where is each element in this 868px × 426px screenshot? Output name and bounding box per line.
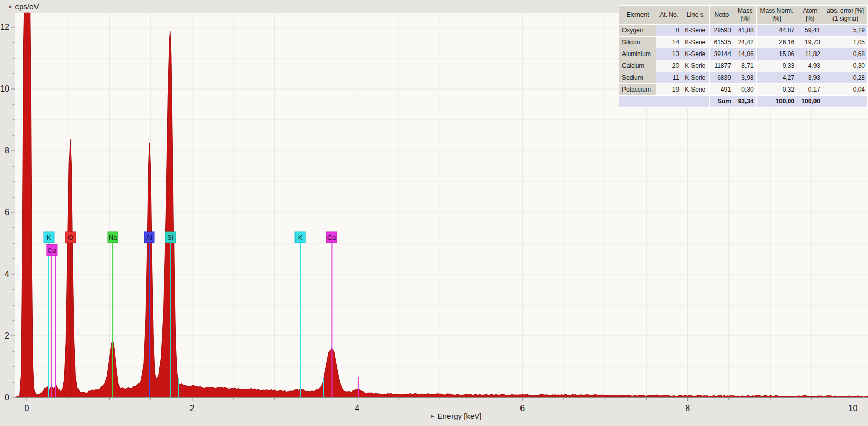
table-cell: 44,87 <box>756 25 797 37</box>
x-tick-label: 4 <box>355 404 359 413</box>
table-cell: K-Serie <box>682 60 710 72</box>
table-cell: 1,05 <box>823 37 868 48</box>
table-cell: 11,82 <box>797 48 823 60</box>
table-cell: 0,04 <box>823 84 868 96</box>
element-name-cell <box>619 96 656 108</box>
x-tick-label: 6 <box>520 404 525 413</box>
element-marker-K[interactable]: K <box>295 232 305 243</box>
element-marker-K[interactable]: K <box>44 232 54 243</box>
table-cell: Sum <box>709 96 734 108</box>
table-cell: 11 <box>656 72 682 84</box>
table-cell: 100,00 <box>756 96 797 108</box>
element-name-cell: Potassium <box>619 84 656 96</box>
element-marker-label-K: K <box>298 234 303 241</box>
table-cell: 6839 <box>709 72 734 84</box>
table-header-cell: abs. error [%](1 sigma) <box>823 6 868 25</box>
table-cell: 4,27 <box>756 72 797 84</box>
element-marker-label-Na: Na <box>109 234 117 241</box>
element-name-cell: Oxygen <box>619 25 656 37</box>
results-table-body: Oxygen8K-Serie2959341,8844,8759,415,19Si… <box>619 25 868 108</box>
table-cell: K-Serie <box>682 72 710 84</box>
table-cell: 93,34 <box>734 96 756 108</box>
x-tick-label: 10 <box>848 404 858 413</box>
table-cell: 15,06 <box>756 48 797 60</box>
element-marker-label-Ca: Ca <box>327 234 336 241</box>
element-marker-Al[interactable]: Al <box>144 232 154 243</box>
axis-expander-icon[interactable]: ▸ <box>431 413 435 419</box>
element-marker-label-K: K <box>47 234 51 241</box>
table-cell: 100,00 <box>797 96 823 108</box>
table-row: Calcium20K-Serie118778,719,334,930,30 <box>619 60 868 72</box>
element-marker-O[interactable]: O <box>65 232 76 243</box>
element-marker-label-Ca: Ca <box>48 246 57 254</box>
y-axis-title: ▸ cps/eV <box>9 2 39 11</box>
table-cell: K-Serie <box>682 25 710 37</box>
table-cell: 0,17 <box>797 84 823 96</box>
table-cell: 3,98 <box>734 72 756 84</box>
table-cell: 0,30 <box>734 84 756 96</box>
table-cell: 14 <box>656 37 682 48</box>
table-cell: 13 <box>656 48 682 60</box>
y-axis-title-text: cps/eV <box>15 2 39 11</box>
table-cell: 59,41 <box>797 25 823 37</box>
axis-expander-icon[interactable]: ▸ <box>9 4 12 9</box>
table-cell: 24,42 <box>734 37 756 48</box>
table-cell: 14,06 <box>734 48 756 60</box>
sum-row: Sum93,34100,00100,00 <box>619 96 868 108</box>
table-cell: 0,28 <box>823 72 868 84</box>
y-tick-label: 10 <box>0 84 9 93</box>
element-name-cell: Calcium <box>619 60 656 72</box>
table-header-row: ElementAt. No.Line s.NettoMass[%]Mass No… <box>619 6 868 25</box>
table-row: Oxygen8K-Serie2959341,8844,8759,415,19 <box>619 25 868 37</box>
element-marker-Ca[interactable]: Ca <box>326 232 337 243</box>
y-tick-label: 2 <box>5 331 9 340</box>
table-cell: 19 <box>656 84 682 96</box>
table-cell: 0,32 <box>756 84 797 96</box>
x-tick-label: 2 <box>189 404 194 413</box>
element-name-cell: Sodium <box>619 72 656 84</box>
table-cell: 19,73 <box>797 37 823 48</box>
y-tick-label: 0 <box>5 393 9 402</box>
table-cell: K-Serie <box>682 84 710 96</box>
table-cell <box>823 96 868 108</box>
table-cell: 8 <box>656 25 682 37</box>
table-cell: 4,93 <box>797 60 823 72</box>
element-marker-label-O: O <box>68 234 73 241</box>
results-table-header: ElementAt. No.Line s.NettoMass[%]Mass No… <box>619 6 868 25</box>
x-tick-label: 0 <box>25 404 29 413</box>
table-row: Sodium11K-Serie68393,984,273,930,28 <box>619 72 868 84</box>
results-table: ElementAt. No.Line s.NettoMass[%]Mass No… <box>619 5 868 108</box>
table-cell: K-Serie <box>682 48 710 60</box>
element-name-cell: Silicon <box>619 37 656 48</box>
table-cell: 9,33 <box>756 60 797 72</box>
table-row: Potassium19K-Serie4910,300,320,170,04 <box>619 84 868 96</box>
table-cell: 11877 <box>709 60 734 72</box>
table-header-cell: Mass[%] <box>734 6 756 25</box>
element-marker-Si[interactable]: Si <box>165 232 176 243</box>
table-cell: 41,88 <box>734 25 756 37</box>
element-marker-Na[interactable]: Na <box>108 232 118 243</box>
table-header-cell: Element <box>619 6 656 25</box>
x-axis-title-text: Energy [keV] <box>438 412 482 420</box>
table-cell: 491 <box>709 84 734 96</box>
table-header-cell: Mass Norm.[%] <box>756 6 797 25</box>
table-cell: 0,68 <box>823 48 868 60</box>
table-cell: 3,93 <box>797 72 823 84</box>
table-cell <box>682 96 710 108</box>
table-cell: 8,71 <box>734 60 756 72</box>
table-row: Silicon14K-Serie6153524,4226,1619,731,05 <box>619 37 868 48</box>
table-header-cell: Atom[%] <box>797 6 823 25</box>
element-marker-Ca[interactable]: Ca <box>47 244 57 256</box>
element-marker-label-Al: Al <box>146 234 152 241</box>
table-cell: 26,16 <box>756 37 797 48</box>
x-axis-title: ▸ Energy [keV] <box>431 412 481 420</box>
y-tick-label: 6 <box>5 208 9 217</box>
table-cell: 39144 <box>709 48 734 60</box>
table-cell: 20 <box>656 60 682 72</box>
table-cell: K-Serie <box>682 37 710 48</box>
table-cell: 5,19 <box>823 25 868 37</box>
y-tick-label: 4 <box>5 270 9 278</box>
table-cell: 0,30 <box>823 60 868 72</box>
table-cell <box>656 96 682 108</box>
element-marker-label-Si: Si <box>167 234 173 241</box>
